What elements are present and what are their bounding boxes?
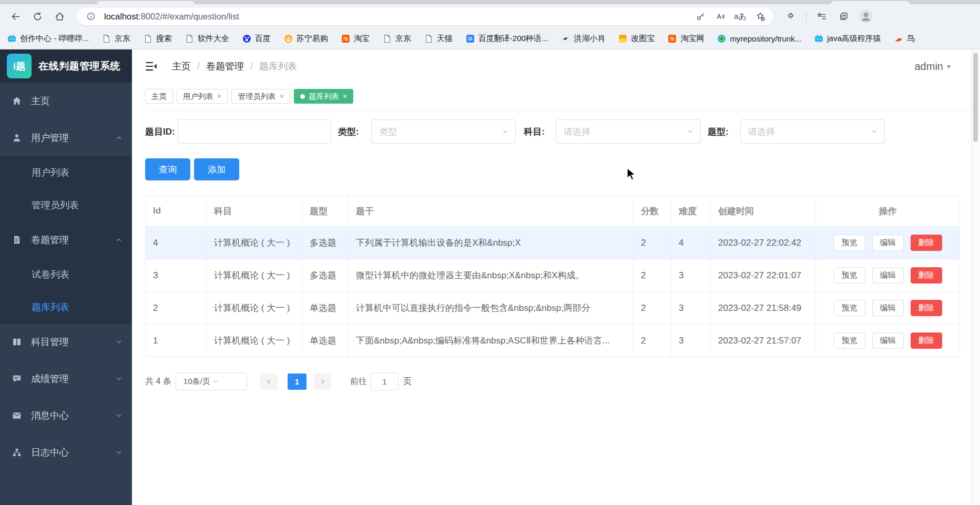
address-bar[interactable]: localhost:8002/#/exam/question/list aあ <box>77 8 773 25</box>
scrollbar-thumb[interactable] <box>973 53 978 142</box>
subject-select[interactable]: 请选择 <box>556 119 701 144</box>
bookmark-item[interactable]: 淘淘宝网 <box>668 34 704 44</box>
bookmark-item[interactable]: 洪湖小肖 <box>561 34 605 44</box>
tab-2[interactable]: 管理员列表× <box>231 89 290 104</box>
breadcrumb-home[interactable]: 主页 <box>172 60 191 73</box>
home-icon[interactable] <box>50 8 68 25</box>
bookmark-item[interactable]: 苏宁易购 <box>284 34 328 44</box>
table-row[interactable]: 2计算机概论 ( 大一 )单选题计算机中可以直接执行的指令一般包含&nbsp;&… <box>146 292 960 325</box>
sidebar-item-question-list[interactable]: 题库列表 <box>0 291 132 324</box>
question-id-input[interactable] <box>178 119 331 144</box>
sidebar-item-user-list[interactable]: 用户列表 <box>0 156 132 189</box>
table-row[interactable]: 1计算机概论 ( 大一 )单选题下面&nbsp;A&nbsp;编码标准将&nbs… <box>146 325 960 357</box>
back-icon[interactable] <box>6 8 24 25</box>
browser-tab-strip <box>0 0 980 4</box>
table-header-row: Id 科目 题型 题干 分数 难度 创建时间 操作 <box>146 196 960 227</box>
app-title: 在线判题管理系统 <box>38 59 120 73</box>
breadcrumb-paper-mgmt[interactable]: 卷题管理 <box>206 60 244 73</box>
sidebar-item-admin-list[interactable]: 管理员列表 <box>0 189 132 221</box>
edit-button[interactable]: 编辑 <box>872 235 904 251</box>
site-info-icon[interactable] <box>84 9 98 23</box>
cell-actions: 预览编辑删除 <box>816 227 960 259</box>
close-icon[interactable]: × <box>343 93 347 100</box>
sidebar-item-log-center[interactable]: 日志中心 <box>0 434 132 471</box>
next-page-button[interactable] <box>314 373 331 390</box>
book-icon <box>12 337 22 347</box>
bookmark-item[interactable]: 搜索 <box>144 34 172 44</box>
bookmark-item[interactable]: 淘淘宝 <box>341 34 370 44</box>
bookmark-item[interactable]: myrepository/trunk... <box>717 34 801 43</box>
bookmark-label: 京东 <box>395 34 411 44</box>
read-aloud-icon[interactable] <box>713 9 727 23</box>
sidebar-item-paper-mgmt[interactable]: 卷题管理 <box>0 221 132 258</box>
bookmark-item[interactable]: 译百度翻译-200种语... <box>466 34 548 44</box>
favorite-add-icon[interactable] <box>753 9 767 23</box>
sidebar-item-label: 主页 <box>31 95 122 107</box>
content-header: 主页 / 卷题管理 / 题库列表 admin ▾ <box>132 49 972 83</box>
password-key-icon[interactable] <box>693 9 707 23</box>
page-size-select[interactable]: 10条/页 <box>176 372 247 390</box>
add-button[interactable]: 添加 <box>194 158 239 180</box>
preview-button[interactable]: 预览 <box>834 267 865 284</box>
bookmark-item[interactable]: 京东 <box>383 34 411 44</box>
edit-button[interactable]: 编辑 <box>872 332 904 349</box>
cell-stem: 下面&nbsp;A&nbsp;编码标准将&nbsp;ASCⅡ和世界上各种语言..… <box>349 325 634 357</box>
tab-1[interactable]: 用户列表× <box>177 89 228 104</box>
preview-button[interactable]: 预览 <box>834 235 865 251</box>
bookmark-item[interactable]: 鸟 <box>894 34 915 44</box>
table-row[interactable]: 4计算机概论 ( 大一 )多选题下列属于计算机输出设备的是X和&nbsp;X24… <box>146 227 960 259</box>
browser-essentials-icon[interactable] <box>782 8 800 25</box>
table-row[interactable]: 3计算机概论 ( 大一 )多选题微型计算机中的微处理器主要由&nbsp;X&nb… <box>146 259 960 292</box>
chevron-up-icon <box>115 134 122 142</box>
sidebar-item-home[interactable]: 主页 <box>0 83 132 119</box>
sidebar-item-exam-list[interactable]: 试卷列表 <box>0 258 132 291</box>
app-logo: i题 在线判题管理系统 <box>0 49 132 83</box>
delete-button[interactable]: 删除 <box>911 300 942 316</box>
edit-button[interactable]: 编辑 <box>872 267 904 284</box>
sidebar-item-message-center[interactable]: 消息中心 <box>0 397 132 434</box>
goto-page-input[interactable] <box>371 372 399 390</box>
preview-button[interactable]: 预览 <box>834 300 865 316</box>
sidebar-item-score-mgmt[interactable]: 成绩管理 <box>0 360 132 397</box>
translate-icon[interactable]: aあ <box>733 9 747 23</box>
bookmark-item[interactable]: 改图宝 <box>618 34 655 44</box>
preview-button[interactable]: 预览 <box>834 332 865 349</box>
current-page-button[interactable]: 1 <box>288 373 307 390</box>
user-menu[interactable]: admin ▾ <box>914 60 951 73</box>
prev-page-button[interactable] <box>260 373 278 390</box>
bookmark-item[interactable]: 天猫 <box>424 34 453 44</box>
tab-0[interactable]: 主页 <box>145 89 173 104</box>
favorites-hub-icon[interactable] <box>813 8 831 25</box>
cell-subject: 计算机概论 ( 大一 ) <box>207 259 302 292</box>
delete-button[interactable]: 删除 <box>911 332 942 349</box>
sidebar-item-subject-mgmt[interactable]: 科目管理 <box>0 324 132 360</box>
close-icon[interactable]: × <box>280 93 284 100</box>
collapse-menu-icon[interactable] <box>145 59 158 73</box>
type-select[interactable]: 类型 <box>371 119 516 144</box>
bookmark-item[interactable]: 京东 <box>102 34 130 44</box>
edit-button[interactable]: 编辑 <box>872 300 904 316</box>
breadcrumb-separator: / <box>250 61 253 72</box>
cell-qtype: 多选题 <box>302 227 349 259</box>
bookmark-item[interactable]: 百度 <box>242 34 271 44</box>
bookmark-item[interactable]: 软件大全 <box>185 34 229 44</box>
svg-text:淘: 淘 <box>669 36 675 42</box>
delete-button[interactable]: 删除 <box>911 267 942 284</box>
cell-created: 2023-02-27 21:58:49 <box>711 292 816 325</box>
collections-icon[interactable] <box>835 8 853 25</box>
query-button[interactable]: 查询 <box>145 158 190 180</box>
qtype-select[interactable]: 请选择 <box>740 119 885 144</box>
page-scrollbar[interactable] <box>971 49 980 505</box>
bookmark-item[interactable]: java高级程序猿 <box>814 34 881 44</box>
bookmark-item[interactable]: 创作中心 - 哔哩哔... <box>7 34 89 44</box>
chevron-down-icon <box>212 378 241 385</box>
tab-3[interactable]: 题库列表× <box>294 89 353 104</box>
refresh-icon[interactable] <box>28 8 46 25</box>
close-icon[interactable]: × <box>217 93 221 100</box>
page-icon <box>102 34 111 43</box>
magpie-icon <box>561 34 570 43</box>
sidebar-item-user-mgmt[interactable]: 用户管理 <box>0 119 132 156</box>
profile-avatar[interactable] <box>857 8 875 25</box>
delete-button[interactable]: 删除 <box>911 235 942 251</box>
svn-icon <box>717 34 726 43</box>
